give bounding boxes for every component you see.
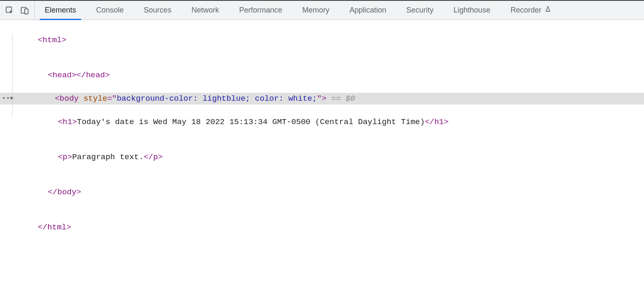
tab-console[interactable]: Console <box>86 1 134 20</box>
device-toolbar-icon[interactable] <box>20 6 29 15</box>
tab-label: Security <box>406 6 433 15</box>
tab-application[interactable]: Application <box>339 1 396 20</box>
tab-label: Lighthouse <box>453 6 490 15</box>
tab-label: Sources <box>144 6 171 15</box>
devtools-tabs: ElementsConsoleSourcesNetworkPerformance… <box>35 1 561 20</box>
dom-node-html-open[interactable]: <html> <box>0 23 644 58</box>
dom-node-p[interactable]: <p>Paragraph text.</p> <box>0 140 644 175</box>
tab-label: Performance <box>239 6 282 15</box>
dom-node-body-open[interactable]: ••• ▼ <body style="background-color: lig… <box>0 93 644 104</box>
devtools-window: ElementsConsoleSourcesNetworkPerformance… <box>0 0 644 305</box>
tab-label: Network <box>191 6 219 15</box>
tab-label: Console <box>96 6 124 15</box>
dom-node-body-close[interactable]: </body> <box>0 175 644 210</box>
tab-security[interactable]: Security <box>396 1 443 20</box>
dom-node-html-close[interactable]: </html> <box>0 210 644 245</box>
tab-memory[interactable]: Memory <box>292 1 339 20</box>
tab-recorder[interactable]: Recorder <box>500 1 561 20</box>
tab-elements[interactable]: Elements <box>35 1 86 20</box>
tree-guide-line <box>12 34 13 116</box>
tab-sources[interactable]: Sources <box>134 1 181 20</box>
devtools-toolbar: ElementsConsoleSourcesNetworkPerformance… <box>0 1 644 20</box>
svg-rect-2 <box>25 9 28 14</box>
tab-lighthouse[interactable]: Lighthouse <box>443 1 500 20</box>
tab-performance[interactable]: Performance <box>229 1 292 20</box>
inspect-element-icon[interactable] <box>5 6 14 15</box>
tab-network[interactable]: Network <box>181 1 229 20</box>
tab-label: Memory <box>302 6 329 15</box>
toolbar-icons <box>0 1 35 20</box>
tab-label: Recorder <box>510 6 541 15</box>
tab-label: Elements <box>45 6 76 15</box>
overflow-dots-icon[interactable]: ••• <box>2 93 10 104</box>
elements-dom-tree[interactable]: <html> <head></head> ••• ▼ <body style="… <box>0 20 644 305</box>
flask-icon <box>545 6 551 15</box>
tab-label: Application <box>349 6 386 15</box>
expand-arrow-icon[interactable]: ▼ <box>10 93 17 104</box>
